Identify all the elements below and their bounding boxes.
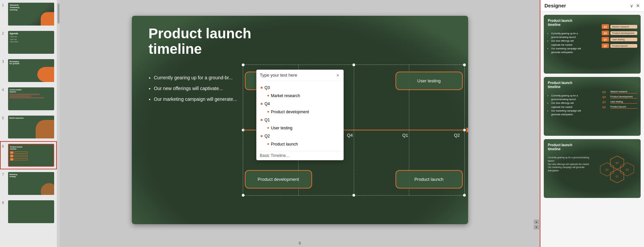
dc2-bullets: Currently gearing up for aground-breakin… xyxy=(548,94,581,116)
slide-number-bar: 6 xyxy=(60,240,540,247)
timeline-box-product-launch-label: Product launch xyxy=(414,177,444,182)
popup-text-q2: Q2 xyxy=(265,132,270,140)
popup-dot-market-research xyxy=(267,95,269,96)
slide-thumbnail-8 xyxy=(8,200,54,223)
slide-bullet-1: Currently gearing up for a ground-br... xyxy=(154,73,237,82)
popup-close-button[interactable]: × xyxy=(336,73,340,78)
timeline-box-user-testing-label: User testing xyxy=(417,78,441,83)
designer-title: Designer xyxy=(544,3,566,8)
slide-thumb-3[interactable]: 3 Strategiesfor growth xyxy=(0,56,57,85)
slide-thumb-7[interactable]: 7 Marketingstrategy xyxy=(0,169,57,198)
dc2-market-research: Market research xyxy=(610,90,637,93)
slide-canvas: Product launch timeline Currently gearin… xyxy=(60,0,540,240)
dc2-q2-label: Q2 xyxy=(602,106,608,109)
slide-thumb-2[interactable]: 2 Agenda • Item one• Item two• Item thre… xyxy=(0,28,57,56)
popup-item-product-dev: Product development xyxy=(261,108,339,116)
dc1-badge-q1: Q1 xyxy=(602,37,609,42)
slide-thumbnail-1: Quarterlymarketingmeeting xyxy=(8,3,54,26)
design-suggestion-2[interactable]: Product launchtimeline Currently gearing… xyxy=(544,77,641,136)
slide-content: Product launch timeline Currently gearin… xyxy=(132,16,468,224)
popup-dot-product-launch xyxy=(267,143,269,145)
svg-text:Q1: Q1 xyxy=(615,175,618,178)
designer-close-button[interactable]: ✕ xyxy=(636,3,640,8)
timeline-arrow xyxy=(466,127,468,133)
popup-header: Type your text here × xyxy=(257,70,343,81)
timeline-box-product-launch[interactable]: Product launch xyxy=(395,170,463,189)
dc3-body-text: Currently gearing up for a ground-breaki… xyxy=(548,156,592,172)
popup-header-text: Type your text here xyxy=(260,73,297,78)
slide-num-7: 7 xyxy=(2,172,7,176)
designer-minimize-button[interactable]: ∨ xyxy=(630,3,633,8)
slide-thumbnail-3: Strategiesfor growth xyxy=(8,59,54,82)
designer-header: Designer ∨ ✕ xyxy=(540,0,644,11)
quarter-label-q2: Q2 xyxy=(454,133,460,138)
slide-number: 6 xyxy=(299,241,301,246)
slide-thumb-1[interactable]: 1 Quarterlymarketingmeeting xyxy=(0,0,57,28)
dc2-title: Product launchtimeline xyxy=(548,81,572,89)
popup-item-product-launch: Product launch xyxy=(261,140,339,148)
quarter-label-q4: Q4 xyxy=(347,133,353,138)
svg-text:Q4: Q4 xyxy=(615,162,618,164)
designer-suggestions: Product launchtimeline Currently gearing… xyxy=(540,11,644,247)
popup-dot-user-testing xyxy=(267,127,269,129)
dc3-title: Product launchtimeline xyxy=(548,143,572,151)
slide-num-4: 4 xyxy=(2,87,7,92)
dc1-row-q3: Q3 Market research xyxy=(602,24,637,29)
popup-text-q3: Q3 xyxy=(265,84,270,92)
popup-text-market-research: Market research xyxy=(271,92,300,100)
slide-num-8: 8 xyxy=(2,200,7,205)
popup-item-q2: Q2 xyxy=(261,132,339,140)
handle-tr[interactable] xyxy=(463,64,466,66)
slide-thumbnail-5: Market expansion xyxy=(8,116,54,138)
popup-text-user-testing: User testing xyxy=(271,124,293,132)
scroll-up-button[interactable]: ▲ xyxy=(534,219,539,224)
slide-thumb-5[interactable]: 5 Market expansion xyxy=(0,113,57,141)
dc2-row-q4: Q4 Product development xyxy=(602,95,637,98)
dc2-row-q2: Q2 Product launch xyxy=(602,106,637,109)
slide-thumb-6[interactable]: 6 Product launchtimeline Q3 Q4 Q1 xyxy=(0,141,57,169)
design-suggestion-3[interactable]: Product launchtimeline Currently gearing… xyxy=(544,139,641,198)
slide-thumb-8[interactable]: 8 xyxy=(0,198,57,226)
slide-num-2: 2 xyxy=(2,31,7,35)
designer-panel: Designer ∨ ✕ Product launchtimeline Curr… xyxy=(540,0,644,247)
popup-dot-q4 xyxy=(261,103,263,105)
dc2-user-testing: User testing xyxy=(610,100,637,104)
dc1-row-q1: Q1 User testing xyxy=(602,37,637,42)
dc1-bullets: Currently gearing up for aground-breakin… xyxy=(548,32,581,54)
handle-bl[interactable] xyxy=(242,194,244,197)
slide-thumbnail-7: Marketingstrategy xyxy=(8,172,54,195)
timeline-box-user-testing[interactable]: User testing xyxy=(395,72,463,90)
dc2-product-dev: Product development xyxy=(610,95,637,98)
dc2-row-q3: Q3 Market research xyxy=(602,90,637,93)
svg-text:Q2: Q2 xyxy=(605,168,608,171)
timeline-box-product-dev[interactable]: Product development xyxy=(245,170,312,189)
dc2-product-launch: Product launch xyxy=(610,106,637,109)
slide-panel-scrollbar[interactable] xyxy=(57,0,60,247)
slide-thumb-4[interactable]: 4 Current marketanalysis xyxy=(0,85,57,113)
popup-dot-q1 xyxy=(261,119,263,121)
slide-thumbnail-4: Current marketanalysis xyxy=(8,87,54,110)
dc3-hexagons: Q4 Q1 Q3 Q2 xyxy=(597,149,637,193)
popup-item-q1: Q1 xyxy=(261,116,339,124)
slide-num-6: 6 xyxy=(2,144,7,148)
dc1-badge-q2: Q2 xyxy=(602,43,609,48)
scroll-down-button[interactable]: ▼ xyxy=(534,225,539,230)
slide-title: Product launch timeline xyxy=(149,26,252,57)
popup-text-q4: Q4 xyxy=(265,100,270,108)
popup-footer[interactable]: Basic Timeline... xyxy=(257,151,343,160)
dc1-badge-q4: Q4 xyxy=(602,31,609,35)
handle-tl[interactable] xyxy=(242,64,244,66)
popup-item-market-research: Market research xyxy=(261,92,339,100)
scroll-thumb xyxy=(58,3,60,24)
popup-dot-q3 xyxy=(261,87,263,89)
svg-text:Q3: Q3 xyxy=(626,168,629,171)
popup-body: Q3 Market research Q4 Product developmen… xyxy=(257,81,343,151)
design-suggestion-1[interactable]: Product launchtimeline Currently gearing… xyxy=(544,15,641,74)
slide-num-1: 1 xyxy=(2,3,7,7)
handle-br[interactable] xyxy=(463,194,466,197)
popup-item-q3: Q3 xyxy=(261,84,339,92)
popup-item-user-testing: User testing xyxy=(261,124,339,132)
popup-text-product-dev: Product development xyxy=(271,108,309,116)
dc1-label-product-dev: Product development xyxy=(610,31,637,35)
popup-item-q4: Q4 xyxy=(261,100,339,108)
